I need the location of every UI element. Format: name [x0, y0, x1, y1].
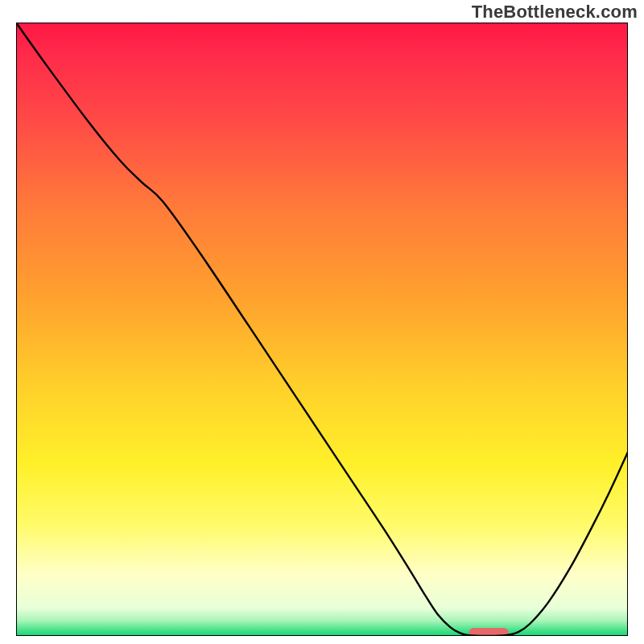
- plot-svg: [16, 23, 628, 636]
- plot-area: [16, 23, 628, 636]
- watermark-text: TheBottleneck.com: [472, 2, 638, 23]
- gradient-background: [16, 23, 628, 636]
- chart-container: TheBottleneck.com: [0, 0, 644, 644]
